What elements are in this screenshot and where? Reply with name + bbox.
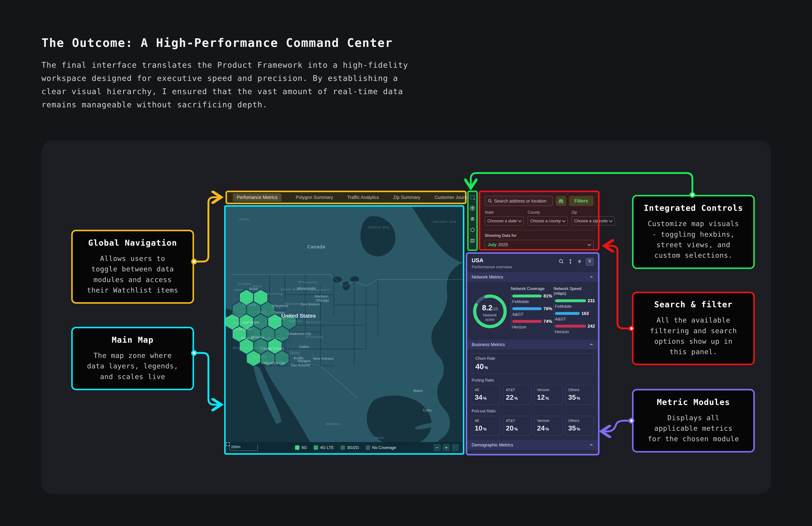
chevron-up-icon xyxy=(589,443,594,447)
select-area-icon[interactable] xyxy=(470,195,475,201)
zip-select[interactable]: Choose a zip code xyxy=(571,216,615,226)
ratio-card-at&t: AT&T20% xyxy=(503,416,531,436)
chart-title: Network Speed (mbps) xyxy=(554,286,595,296)
map-label: Houston xyxy=(298,359,311,363)
map-label: Canada xyxy=(307,244,325,250)
search-icon[interactable] xyxy=(559,258,564,265)
map-label: Cuba xyxy=(423,408,432,412)
hexbin-icon[interactable] xyxy=(470,227,475,233)
county-select[interactable]: Choose a county xyxy=(528,216,568,226)
callout-global-navigation: Global Navigation Allows users to toggle… xyxy=(71,230,194,304)
legend-item: 5G xyxy=(295,445,307,450)
ratio-card-all: All10% xyxy=(472,416,500,436)
chart-title: Network Coverage xyxy=(511,286,552,291)
map-label: Denver xyxy=(274,311,285,314)
field-label: Zip xyxy=(571,210,615,215)
map-label: Missouri xyxy=(306,320,322,324)
period-select[interactable]: July2025 xyxy=(485,240,594,250)
map-legend: 5G4G LTE3G/2GNo Coverage xyxy=(295,445,396,450)
tab-polygon-summary[interactable]: Polygon Summary xyxy=(296,195,333,200)
collapse-top-icon[interactable] xyxy=(586,258,594,266)
callout-body: Allows users to toggle between data modu… xyxy=(87,253,178,295)
location-pin-icon[interactable] xyxy=(470,205,475,212)
binoculars-icon xyxy=(558,198,564,204)
porting-ratio-label: Porting Ratio xyxy=(472,378,594,383)
map-label: Dallas xyxy=(299,345,309,349)
map-label: Des Moines xyxy=(301,302,320,306)
section-label: Network Metrics xyxy=(472,274,503,280)
map-bottom-bar: 200m 5G4G LTE3G/2GNo Coverage − + xyxy=(226,442,463,453)
callout-body: Customize map visuals - toggling hexbins… xyxy=(648,218,739,260)
explore-button[interactable] xyxy=(556,196,566,206)
callout-main-map: Main Map The map zone where data layers,… xyxy=(71,327,194,390)
callout-title: Metric Modules xyxy=(657,397,730,407)
section-business-metrics[interactable]: Business Metrics xyxy=(467,340,598,350)
map-label: Ciudad Juárez xyxy=(261,346,284,350)
map-canvas: CanadaUnited StatesHudson BayLabrador Se… xyxy=(226,207,463,453)
page-title: The Outcome: A High-Performance Command … xyxy=(41,36,393,50)
svg-text:Network: Network xyxy=(483,313,497,317)
street-view-icon[interactable] xyxy=(470,216,475,223)
search-icon xyxy=(488,199,492,203)
map-icon[interactable] xyxy=(470,238,475,244)
map-label: Las Vegas xyxy=(243,320,259,324)
period-year: 2025 xyxy=(498,242,508,247)
map-label: San Antonio xyxy=(291,363,310,367)
tab-traffic-analytics[interactable]: Traffic Analytics xyxy=(347,195,379,200)
tab-customer-journey[interactable]: Customer Journey xyxy=(435,195,472,200)
filters-button[interactable]: Filters xyxy=(569,196,594,206)
map-label: Arkansas xyxy=(306,335,323,339)
hexbin-cell[interactable] xyxy=(246,350,261,367)
tab-perfomance-metrics[interactable]: Perfomance Metrics xyxy=(233,193,281,202)
expand-vertical-icon[interactable] xyxy=(568,258,573,265)
ratio-card-others: Others35% xyxy=(565,385,594,405)
zoom-in-button[interactable]: + xyxy=(443,444,450,451)
page-paragraph: The final interface translates the Produ… xyxy=(41,58,408,111)
search-input[interactable]: Search address or location xyxy=(485,196,553,206)
bar-row: 231FeMobile xyxy=(555,298,595,309)
map-label: Labrador Sea xyxy=(432,220,456,224)
chevron-down-icon xyxy=(518,218,522,222)
fullscreen-icon xyxy=(226,442,230,446)
map-label: Boise xyxy=(249,287,258,291)
map-label: Oregon xyxy=(238,282,251,285)
section-network-metrics[interactable]: Network Metrics xyxy=(467,272,598,282)
tab-zip-summary[interactable]: Zip Summary xyxy=(393,195,420,200)
cutoff-text: Showing Data for 20010 (WA) xyxy=(472,453,594,455)
churn-rate-card: Churn Rate 40% xyxy=(472,353,594,374)
callout-title: Integrated Controls xyxy=(644,203,743,213)
ratio-card-others: Others35% xyxy=(565,416,594,436)
ratio-card-all: All34% xyxy=(472,385,500,405)
bar-row: 163A&GT xyxy=(555,311,595,322)
map-label: Minnesota xyxy=(299,280,318,284)
fullscreen-button[interactable] xyxy=(452,444,459,451)
chevron-up-icon xyxy=(589,275,594,279)
map-label: Texas xyxy=(290,351,301,354)
main-map[interactable]: CanadaUnited StatesHudson BayLabrador Se… xyxy=(224,205,464,455)
map-label: San Francisco xyxy=(226,316,239,319)
callout-title: Global Navigation xyxy=(88,238,177,247)
bar-row: 81%FeMobile xyxy=(512,294,552,304)
bar-row: 76%A&GT xyxy=(512,306,552,317)
map-label: Wisconsin xyxy=(310,288,330,292)
network-speed-chart: Network Speed (mbps) 231FeMobile163A&GT2… xyxy=(554,286,595,336)
map-label: United States xyxy=(281,313,316,319)
chevron-down-icon xyxy=(562,218,566,222)
map-tool-strip xyxy=(467,190,478,251)
map-label: Juneau xyxy=(239,217,249,221)
zoom-out-button[interactable]: − xyxy=(433,444,441,451)
field-label: State xyxy=(485,210,524,215)
legend-item: 3G/2G xyxy=(340,445,359,450)
map-label: New Orleans xyxy=(313,357,333,360)
map-label: Colorado xyxy=(269,317,286,321)
svg-text:8.2/10: 8.2/10 xyxy=(482,303,498,312)
search-filter-panel: Search address or location Filters State… xyxy=(479,190,599,251)
panel-subtitle: Performance overview xyxy=(472,265,512,269)
portout-ratio-cards: All10%AT&T20%Verizon24%Others35% xyxy=(472,416,594,436)
section-demographic-metrics[interactable]: Demographic Metrics xyxy=(467,440,598,450)
state-select[interactable]: Chooose a state xyxy=(485,216,524,226)
callout-body: The map zone where data layers, legends,… xyxy=(87,350,178,382)
collapse-vertical-icon[interactable] xyxy=(577,258,582,265)
field-label: County xyxy=(528,210,568,215)
callout-title: Search & filter xyxy=(654,300,733,309)
